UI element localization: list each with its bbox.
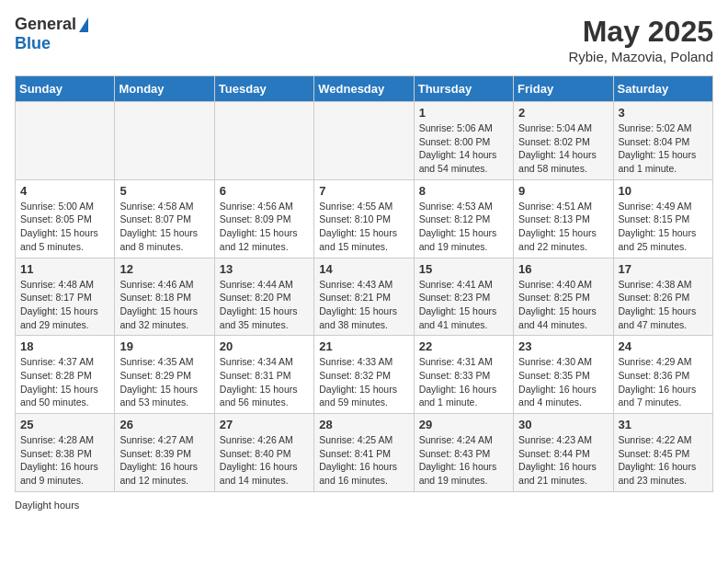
day-info: Sunrise: 4:28 AM Sunset: 8:38 PM Dayligh… [20, 433, 109, 488]
calendar-week-row: 11Sunrise: 4:48 AM Sunset: 8:17 PM Dayli… [16, 258, 713, 336]
day-info: Sunrise: 4:44 AM Sunset: 8:20 PM Dayligh… [220, 278, 309, 332]
day-info: Sunrise: 5:02 AM Sunset: 8:04 PM Dayligh… [619, 121, 708, 176]
day-number: 23 [518, 339, 608, 353]
day-number: 8 [419, 184, 508, 198]
day-number: 20 [220, 339, 309, 353]
calendar-day-header: Sunday [16, 76, 115, 102]
day-info: Sunrise: 5:06 AM Sunset: 8:00 PM Dayligh… [419, 121, 508, 176]
day-info: Sunrise: 4:41 AM Sunset: 8:23 PM Dayligh… [419, 278, 508, 332]
day-info: Sunrise: 4:33 AM Sunset: 8:32 PM Dayligh… [319, 355, 408, 409]
day-info: Sunrise: 4:53 AM Sunset: 8:12 PM Dayligh… [419, 200, 508, 254]
day-info: Sunrise: 5:04 AM Sunset: 8:02 PM Dayligh… [518, 121, 608, 176]
calendar-cell: 8Sunrise: 4:53 AM Sunset: 8:12 PM Daylig… [414, 179, 513, 258]
calendar-cell [16, 102, 115, 180]
calendar-cell: 24Sunrise: 4:29 AM Sunset: 8:36 PM Dayli… [613, 336, 712, 414]
calendar-cell: 31Sunrise: 4:22 AM Sunset: 8:45 PM Dayli… [613, 414, 712, 492]
calendar-cell: 12Sunrise: 4:46 AM Sunset: 8:18 PM Dayli… [115, 258, 214, 336]
day-number: 30 [518, 418, 608, 431]
day-number: 21 [319, 339, 408, 353]
calendar-cell: 4Sunrise: 5:00 AM Sunset: 8:05 PM Daylig… [16, 179, 115, 258]
calendar-week-row: 25Sunrise: 4:28 AM Sunset: 8:38 PM Dayli… [16, 414, 713, 492]
day-number: 31 [619, 418, 708, 431]
calendar-day-header: Wednesday [314, 76, 414, 102]
calendar-cell: 27Sunrise: 4:26 AM Sunset: 8:40 PM Dayli… [214, 414, 313, 492]
day-number: 29 [419, 418, 508, 431]
logo-general-text: General [15, 15, 76, 34]
calendar-cell: 10Sunrise: 4:49 AM Sunset: 8:15 PM Dayli… [613, 179, 712, 258]
day-number: 17 [619, 262, 708, 276]
day-number: 12 [119, 262, 209, 276]
calendar-cell: 23Sunrise: 4:30 AM Sunset: 8:35 PM Dayli… [514, 336, 613, 414]
logo-triangle-icon [79, 17, 88, 32]
calendar-cell: 5Sunrise: 4:58 AM Sunset: 8:07 PM Daylig… [115, 179, 214, 258]
day-info: Sunrise: 4:43 AM Sunset: 8:21 PM Dayligh… [319, 278, 408, 332]
day-info: Sunrise: 4:38 AM Sunset: 8:26 PM Dayligh… [619, 278, 708, 332]
calendar-cell: 14Sunrise: 4:43 AM Sunset: 8:21 PM Dayli… [314, 258, 414, 336]
calendar-cell: 22Sunrise: 4:31 AM Sunset: 8:33 PM Dayli… [414, 336, 513, 414]
day-info: Sunrise: 4:56 AM Sunset: 8:09 PM Dayligh… [220, 200, 309, 254]
calendar-cell: 21Sunrise: 4:33 AM Sunset: 8:32 PM Dayli… [314, 336, 414, 414]
calendar-cell: 29Sunrise: 4:24 AM Sunset: 8:43 PM Dayli… [414, 414, 513, 492]
day-info: Sunrise: 4:29 AM Sunset: 8:36 PM Dayligh… [619, 355, 708, 409]
calendar-week-row: 1Sunrise: 5:06 AM Sunset: 8:00 PM Daylig… [16, 102, 713, 180]
calendar-cell: 26Sunrise: 4:27 AM Sunset: 8:39 PM Dayli… [115, 414, 214, 492]
day-info: Sunrise: 4:37 AM Sunset: 8:28 PM Dayligh… [20, 355, 109, 409]
day-info: Sunrise: 4:25 AM Sunset: 8:41 PM Dayligh… [319, 433, 408, 488]
calendar-cell: 30Sunrise: 4:23 AM Sunset: 8:44 PM Dayli… [514, 414, 613, 492]
day-number: 10 [619, 184, 708, 198]
day-info: Sunrise: 4:34 AM Sunset: 8:31 PM Dayligh… [220, 355, 309, 409]
calendar-cell: 11Sunrise: 4:48 AM Sunset: 8:17 PM Dayli… [16, 258, 115, 336]
calendar-cell: 1Sunrise: 5:06 AM Sunset: 8:00 PM Daylig… [414, 102, 513, 180]
day-number: 13 [220, 262, 309, 276]
page-subtitle: Rybie, Mazovia, Poland [568, 49, 713, 64]
day-number: 27 [220, 418, 309, 431]
day-number: 15 [419, 262, 508, 276]
page-title: May 2025 [568, 15, 713, 49]
calendar-cell: 7Sunrise: 4:55 AM Sunset: 8:10 PM Daylig… [314, 179, 414, 258]
day-info: Sunrise: 4:40 AM Sunset: 8:25 PM Dayligh… [518, 278, 608, 332]
day-info: Sunrise: 4:35 AM Sunset: 8:29 PM Dayligh… [119, 355, 209, 409]
calendar-day-header: Saturday [613, 76, 712, 102]
day-number: 18 [20, 339, 109, 353]
calendar-footer: Daylight hours [15, 500, 713, 511]
day-number: 24 [619, 339, 708, 353]
day-number: 28 [319, 418, 408, 431]
day-number: 22 [419, 339, 508, 353]
day-info: Sunrise: 4:23 AM Sunset: 8:44 PM Dayligh… [518, 433, 608, 488]
calendar-table: SundayMondayTuesdayWednesdayThursdayFrid… [15, 75, 713, 492]
calendar-week-row: 4Sunrise: 5:00 AM Sunset: 8:05 PM Daylig… [16, 179, 713, 258]
day-number: 2 [518, 106, 608, 120]
day-info: Sunrise: 4:51 AM Sunset: 8:13 PM Dayligh… [518, 200, 608, 254]
day-info: Sunrise: 4:48 AM Sunset: 8:17 PM Dayligh… [20, 278, 109, 332]
day-info: Sunrise: 4:31 AM Sunset: 8:33 PM Dayligh… [419, 355, 508, 409]
day-number: 9 [518, 184, 608, 198]
page-header: General Blue May 2025 Rybie, Mazovia, Po… [15, 15, 713, 64]
day-info: Sunrise: 5:00 AM Sunset: 8:05 PM Dayligh… [20, 200, 109, 254]
day-number: 14 [319, 262, 408, 276]
day-info: Sunrise: 4:30 AM Sunset: 8:35 PM Dayligh… [518, 355, 608, 409]
calendar-cell: 18Sunrise: 4:37 AM Sunset: 8:28 PM Dayli… [16, 336, 115, 414]
day-number: 26 [119, 418, 209, 431]
logo-blue-text: Blue [15, 34, 51, 52]
day-number: 4 [20, 184, 109, 198]
calendar-cell: 6Sunrise: 4:56 AM Sunset: 8:09 PM Daylig… [214, 179, 313, 258]
day-number: 19 [119, 339, 209, 353]
calendar-cell [115, 102, 214, 180]
day-info: Sunrise: 4:22 AM Sunset: 8:45 PM Dayligh… [619, 433, 708, 488]
calendar-cell: 25Sunrise: 4:28 AM Sunset: 8:38 PM Dayli… [16, 414, 115, 492]
calendar-day-header: Thursday [414, 76, 513, 102]
day-info: Sunrise: 4:24 AM Sunset: 8:43 PM Dayligh… [419, 433, 508, 488]
day-number: 16 [518, 262, 608, 276]
day-number: 11 [20, 262, 109, 276]
day-number: 1 [419, 106, 508, 120]
calendar-cell: 3Sunrise: 5:02 AM Sunset: 8:04 PM Daylig… [613, 102, 712, 180]
day-info: Sunrise: 4:26 AM Sunset: 8:40 PM Dayligh… [220, 433, 309, 488]
calendar-day-header: Monday [115, 76, 214, 102]
daylight-label: Daylight hours [15, 500, 79, 511]
calendar-cell: 15Sunrise: 4:41 AM Sunset: 8:23 PM Dayli… [414, 258, 513, 336]
calendar-week-row: 18Sunrise: 4:37 AM Sunset: 8:28 PM Dayli… [16, 336, 713, 414]
calendar-cell [214, 102, 313, 180]
day-info: Sunrise: 4:27 AM Sunset: 8:39 PM Dayligh… [119, 433, 209, 488]
day-number: 5 [119, 184, 209, 198]
calendar-cell: 19Sunrise: 4:35 AM Sunset: 8:29 PM Dayli… [115, 336, 214, 414]
